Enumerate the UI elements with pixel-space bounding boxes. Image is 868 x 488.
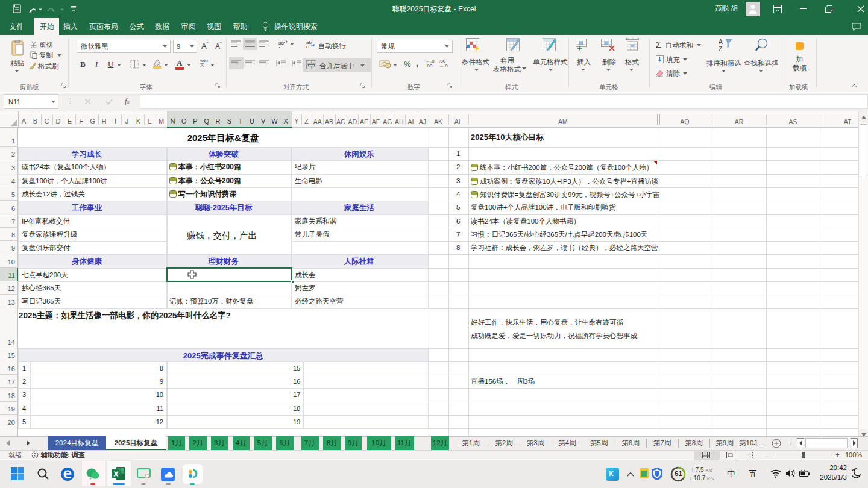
svg-text:Z: Z: [719, 46, 722, 52]
svg-text:A: A: [719, 39, 723, 45]
svg-text:⚡: ⚡: [473, 45, 479, 51]
svg-text:ab: ab: [278, 40, 284, 46]
svg-text:c: c: [306, 44, 309, 48]
